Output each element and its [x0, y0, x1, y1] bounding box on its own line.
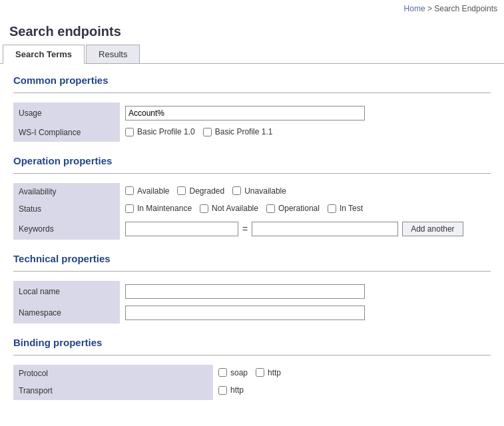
binding-properties-table: Protocol soap http Transport — [13, 365, 491, 400]
wsi-value-cell: Basic Profile 1.0 Basic Profile 1.1 — [120, 124, 491, 142]
wsi-bp10-text: Basic Profile 1.0 — [137, 127, 195, 136]
in-test-label[interactable]: In Test — [328, 204, 363, 213]
keywords-row: Keywords = Add another — [13, 218, 491, 240]
namespace-value-cell — [120, 302, 491, 323]
usage-label: Usage — [13, 103, 120, 124]
tabs-container: Search Terms Results — [0, 45, 504, 64]
in-test-checkbox[interactable] — [328, 204, 336, 213]
breadcrumb-separator: > — [427, 4, 434, 13]
operation-properties-section: Operation properties Availability Availa… — [13, 155, 491, 240]
equals-sign: = — [242, 224, 248, 234]
protocol-options: soap http — [218, 368, 281, 377]
page-title: Search endpoints — [0, 17, 504, 45]
namespace-label: Namespace — [13, 302, 120, 323]
http-transport-label[interactable]: http — [218, 385, 244, 395]
transport-label: Transport — [13, 382, 213, 400]
common-properties-title: Common properties — [13, 75, 491, 86]
keywords-label: Keywords — [13, 218, 120, 240]
wsi-bp10-label[interactable]: Basic Profile 1.0 — [125, 127, 195, 136]
not-available-text: Not Available — [212, 204, 258, 213]
unavailable-text: Unavailable — [244, 186, 286, 196]
technical-properties-section: Technical properties Local name Namespac… — [13, 253, 491, 323]
availability-options: Available Degraded Unavailable — [125, 186, 286, 196]
degraded-label[interactable]: Degraded — [177, 186, 224, 196]
wsi-bp11-label[interactable]: Basic Profile 1.1 — [203, 127, 273, 136]
soap-label[interactable]: soap — [218, 368, 248, 377]
operational-label[interactable]: Operational — [266, 204, 320, 213]
technical-properties-table: Local name Namespace — [13, 281, 491, 323]
operation-properties-table: Availability Available Degraded — [13, 183, 491, 240]
http-protocol-label[interactable]: http — [256, 368, 281, 377]
wsi-row: WS-I Compliance Basic Profile 1.0 Basic … — [13, 124, 491, 142]
usage-input[interactable] — [125, 106, 365, 120]
transport-options: http — [218, 385, 244, 395]
availability-value-cell: Available Degraded Unavailable — [120, 183, 491, 201]
unavailable-label[interactable]: Unavailable — [232, 186, 286, 196]
common-properties-table: Usage WS-I Compliance Basic Profile 1.0 — [13, 103, 491, 142]
operation-properties-title: Operation properties — [13, 155, 491, 166]
tab-results[interactable]: Results — [86, 45, 140, 63]
keywords-value-cell: = Add another — [120, 218, 491, 240]
wsi-options: Basic Profile 1.0 Basic Profile 1.1 — [125, 127, 272, 136]
degraded-text: Degraded — [189, 186, 224, 196]
wsi-label: WS-I Compliance — [13, 124, 120, 142]
keyword-key-input[interactable] — [125, 222, 238, 236]
status-options: In Maintenance Not Available Operational — [125, 204, 363, 213]
common-properties-section: Common properties Usage WS-I Compliance … — [13, 75, 491, 142]
transport-row: Transport http — [13, 382, 491, 400]
namespace-row: Namespace — [13, 302, 491, 323]
available-text: Available — [137, 186, 169, 196]
main-content: Common properties Usage WS-I Compliance … — [0, 64, 504, 424]
operational-text: Operational — [278, 204, 320, 213]
http-transport-text: http — [230, 385, 244, 395]
protocol-row: Protocol soap http — [13, 365, 491, 383]
in-maintenance-label[interactable]: In Maintenance — [125, 204, 192, 213]
unavailable-checkbox[interactable] — [232, 186, 241, 195]
soap-text: soap — [230, 368, 248, 377]
tab-search-terms[interactable]: Search Terms — [3, 45, 85, 64]
namespace-input[interactable] — [125, 306, 365, 320]
binding-properties-section: Binding properties Protocol soap http — [13, 337, 491, 400]
availability-row: Availability Available Degraded — [13, 183, 491, 201]
home-link[interactable]: Home — [404, 4, 425, 13]
status-label: Status — [13, 200, 120, 218]
http-protocol-checkbox[interactable] — [256, 368, 264, 377]
not-available-checkbox[interactable] — [200, 204, 208, 213]
current-page: Search Endpoints — [434, 4, 497, 13]
availability-label: Availability — [13, 183, 120, 201]
in-maintenance-text: In Maintenance — [137, 204, 192, 213]
degraded-checkbox[interactable] — [177, 186, 186, 195]
keywords-inputs: = Add another — [125, 222, 485, 236]
local-name-row: Local name — [13, 281, 491, 302]
breadcrumb: Home > Search Endpoints — [0, 0, 504, 17]
wsi-bp11-text: Basic Profile 1.1 — [215, 127, 273, 136]
available-label[interactable]: Available — [125, 186, 169, 196]
http-protocol-text: http — [268, 368, 281, 377]
usage-value-cell — [120, 103, 491, 124]
soap-checkbox[interactable] — [218, 368, 227, 377]
add-another-button[interactable]: Add another — [402, 222, 463, 236]
transport-value-cell: http — [213, 382, 491, 400]
not-available-label[interactable]: Not Available — [200, 204, 258, 213]
operational-checkbox[interactable] — [266, 204, 275, 213]
local-name-value-cell — [120, 281, 491, 302]
binding-properties-title: Binding properties — [13, 337, 491, 348]
local-name-input[interactable] — [125, 284, 365, 299]
http-transport-checkbox[interactable] — [218, 386, 227, 395]
available-checkbox[interactable] — [125, 186, 134, 195]
protocol-value-cell: soap http — [213, 365, 491, 383]
technical-properties-title: Technical properties — [13, 253, 491, 264]
wsi-bp10-checkbox[interactable] — [125, 128, 134, 136]
in-maintenance-checkbox[interactable] — [125, 204, 134, 213]
keyword-value-input[interactable] — [252, 222, 398, 236]
status-row: Status In Maintenance Not Available — [13, 200, 491, 218]
status-value-cell: In Maintenance Not Available Operational — [120, 200, 491, 218]
wsi-bp11-checkbox[interactable] — [203, 128, 212, 136]
usage-row: Usage — [13, 103, 491, 124]
in-test-text: In Test — [340, 204, 363, 213]
local-name-label: Local name — [13, 281, 120, 302]
protocol-label: Protocol — [13, 365, 213, 383]
